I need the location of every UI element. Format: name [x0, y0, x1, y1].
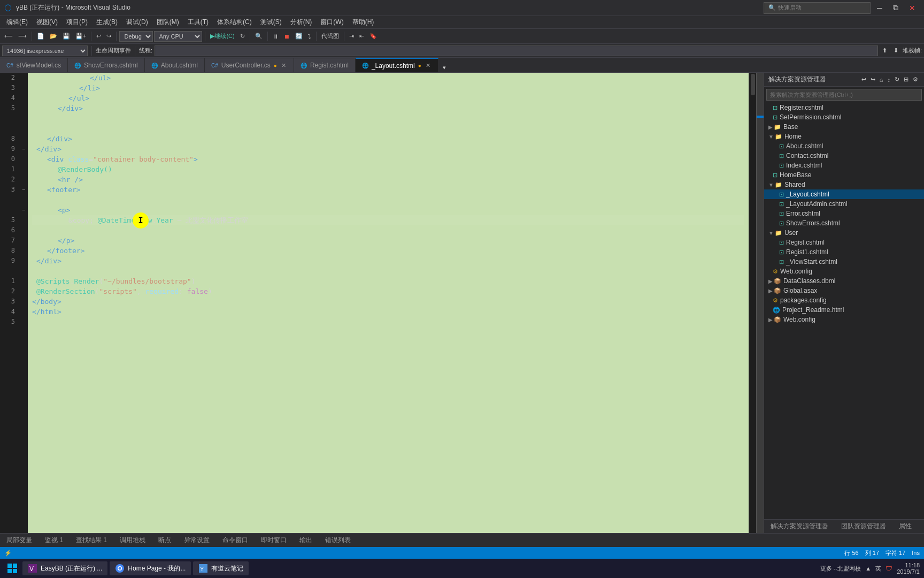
dataclasses-collapse-arrow[interactable]: ▶ [768, 278, 773, 284]
menu-arch[interactable]: 体系结构(C) [213, 17, 256, 28]
se-home-button[interactable]: ⌂ [878, 75, 885, 83]
search-btn[interactable]: 🔍 [253, 32, 265, 41]
process-dropdown[interactable]: 14936] iisexpress.exe [2, 45, 88, 56]
bottom-tab-output[interactable]: 输出 [293, 535, 319, 546]
fold-btn-22[interactable] [19, 286, 28, 296]
tree-item-showerrors[interactable]: ⊡ ShowErrors.cshtml [764, 218, 924, 228]
fold-btn-11[interactable] [19, 174, 28, 185]
debug-mode-dropdown[interactable]: Debug [119, 31, 153, 42]
global-collapse-arrow[interactable]: ▶ [768, 288, 773, 294]
thread-nav-btn2[interactable]: ⬇ [891, 46, 900, 55]
tab-layout[interactable]: 🌐 _Layout.cshtml ● ✕ [356, 58, 438, 72]
webconfig2-collapse-arrow[interactable]: ▶ [768, 317, 773, 323]
tab-stviewmodel[interactable]: C# stViewModel.cs [0, 58, 68, 72]
code-content[interactable]: </ul> </li> </ul> </div> [28, 73, 749, 533]
bottom-tab-exceptions[interactable]: 异常设置 [178, 535, 216, 546]
tree-item-readme[interactable]: 🌐 Project_Readme.html [764, 305, 924, 315]
tree-item-global[interactable]: ▶ 📦 Global.asax [764, 286, 924, 295]
fold-btn-1[interactable] [19, 73, 28, 83]
start-button[interactable] [4, 560, 20, 576]
editor-scrollbar[interactable] [749, 73, 756, 533]
bottom-tab-callstack[interactable]: 调用堆栈 [113, 535, 152, 546]
fold-btn-21[interactable] [19, 276, 28, 286]
close-button[interactable]: ✕ [905, 3, 920, 13]
code-editor[interactable]: 2 3 4 5 8 9 0 1 2 3 5 6 7 8 9 [0, 73, 764, 533]
tree-item-viewstart[interactable]: ⊡ _ViewStart.cshtml [764, 257, 924, 267]
fold-btn-15[interactable] [19, 215, 28, 225]
menu-window[interactable]: 窗口(W) [316, 17, 348, 28]
pause-button[interactable]: ⏸ [271, 32, 281, 41]
save-button[interactable]: 💾 [60, 32, 72, 41]
refresh-button[interactable]: ↻ [238, 32, 247, 41]
restore-button[interactable]: ⧉ [889, 2, 903, 13]
tree-item-home[interactable]: ▼ 📁 Home [764, 132, 924, 141]
tree-item-packages[interactable]: ⚙ packages.config [764, 295, 924, 305]
tab-about[interactable]: 🌐 About.cshtml [145, 58, 205, 72]
step-over-button[interactable]: ⤵ [306, 32, 313, 41]
base-collapse-arrow[interactable]: ▶ [768, 124, 773, 130]
se-tab-properties[interactable]: 属性 [892, 521, 918, 532]
se-nav-button[interactable]: ↕ [886, 75, 892, 83]
tree-item-user[interactable]: ▼ 📁 User [764, 228, 924, 238]
continue-button[interactable]: ▶ 继续(C) [208, 31, 236, 41]
fold-btn-18[interactable] [19, 246, 28, 256]
fold-btn-4[interactable] [19, 103, 28, 113]
fold-btn-17[interactable] [19, 235, 28, 246]
tab-overflow-button[interactable]: ▾ [441, 63, 448, 72]
outdent-button[interactable]: ⇤ [357, 32, 366, 41]
fold-btn-20[interactable] [19, 266, 28, 276]
user-collapse-arrow[interactable]: ▼ [768, 230, 774, 236]
platform-dropdown[interactable]: Any CPU [154, 31, 202, 42]
menu-team[interactable]: 团队(M) [152, 17, 183, 28]
minimize-button[interactable]: ─ [873, 3, 887, 13]
menu-help[interactable]: 帮助(H) [348, 17, 379, 28]
fold-btn-5[interactable] [19, 113, 28, 124]
forward-button[interactable]: ⟶ [16, 32, 29, 41]
tree-item-layout[interactable]: ⊡ _Layout.cshtml [764, 189, 924, 199]
tree-item-webconfig[interactable]: ⚙ Web.config [764, 267, 924, 276]
se-search-input[interactable] [766, 89, 922, 101]
bottom-tab-breakpoints[interactable]: 断点 [152, 535, 178, 546]
tab-close-usercontroller[interactable]: ✕ [280, 62, 287, 69]
menu-test[interactable]: 测试(S) [256, 17, 286, 28]
menu-project[interactable]: 项目(P) [62, 17, 92, 28]
menu-build[interactable]: 生成(B) [92, 17, 122, 28]
fold-btn-23[interactable] [19, 296, 28, 307]
tree-item-webconfig2[interactable]: ▶ 📦 Web.config [764, 315, 924, 324]
codemap-button[interactable]: 代码图 [319, 31, 341, 41]
se-refresh-button[interactable]: ↩ [860, 75, 868, 83]
tab-usercontroller[interactable]: C# UserController.cs ● ✕ [205, 58, 294, 72]
home-collapse-arrow[interactable]: ▼ [768, 134, 774, 140]
tree-item-regist1[interactable]: ⊡ Regist1.cshtml [764, 247, 924, 257]
fold-btn-12[interactable]: − [19, 185, 28, 195]
fold-btn-14[interactable]: − [19, 205, 28, 215]
tree-item-setpermission[interactable]: ⊡ SetPermission.cshtml [764, 112, 924, 122]
fold-btn-3[interactable] [19, 93, 28, 103]
open-button[interactable]: 📂 [48, 32, 59, 41]
bottom-tab-findresults[interactable]: 查找结果 1 [70, 535, 113, 546]
taskbar-app-vs[interactable]: V EasyBB (正在运行) ... [22, 561, 107, 575]
se-settings-button[interactable]: ⚙ [911, 75, 920, 83]
se-forward-button[interactable]: ↪ [869, 75, 877, 83]
tree-item-register[interactable]: ⊡ Register.cshtml [764, 103, 924, 112]
se-tab-team[interactable]: 团队资源管理器 [835, 521, 892, 532]
tree-item-base[interactable]: ▶ 📁 Base [764, 122, 924, 132]
fold-btn-9[interactable] [19, 154, 28, 164]
menu-edit[interactable]: 编辑(E) [2, 17, 32, 28]
fold-btn-19[interactable] [19, 256, 28, 266]
bookmark-button[interactable]: 🔖 [367, 32, 379, 41]
fold-btn-16[interactable] [19, 225, 28, 235]
tab-close-layout[interactable]: ✕ [425, 62, 432, 69]
bottom-tab-locals[interactable]: 局部变量 [0, 535, 38, 546]
menu-tools[interactable]: 工具(T) [183, 17, 213, 28]
tree-item-about[interactable]: ⊡ About.cshtml [764, 141, 924, 151]
thread-nav-btn[interactable]: ⬆ [880, 46, 889, 55]
fold-btn-25[interactable] [19, 317, 28, 327]
tab-regist[interactable]: 🌐 Regist.cshtml [294, 58, 356, 72]
bottom-tab-watch[interactable]: 监视 1 [38, 535, 70, 546]
tab-showerrors[interactable]: 🌐 ShowErrors.cshtml [68, 58, 145, 72]
back-button[interactable]: ⟵ [2, 32, 15, 41]
fold-btn-13[interactable] [19, 195, 28, 205]
taskbar-app-chrome[interactable]: Home Page - 我的... [110, 561, 191, 575]
fold-btn-24[interactable] [19, 307, 28, 317]
